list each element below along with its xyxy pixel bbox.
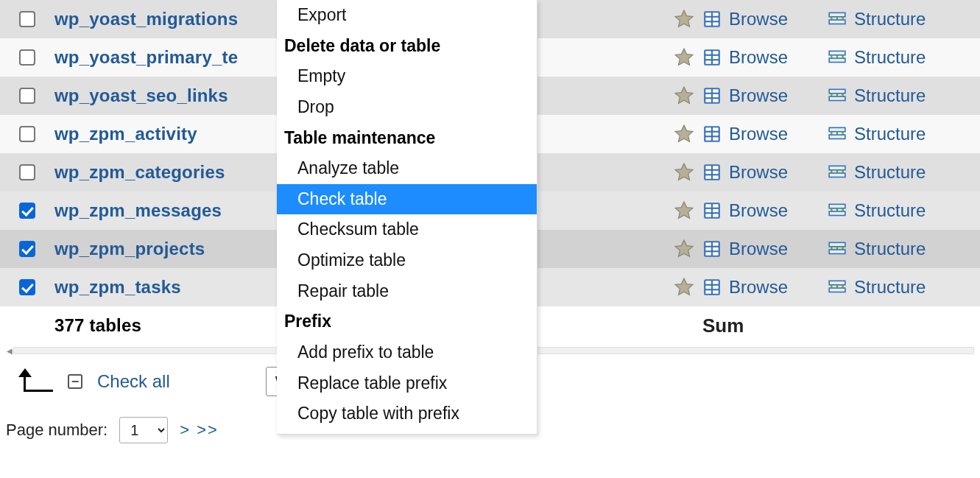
structure-label: Structure bbox=[854, 239, 926, 259]
row-checkbox[interactable] bbox=[19, 88, 35, 104]
svg-rect-17 bbox=[829, 96, 845, 100]
structure-label: Structure bbox=[854, 277, 926, 298]
menu-item[interactable]: Export bbox=[277, 0, 537, 31]
browse-link[interactable]: Browse bbox=[702, 9, 828, 29]
menu-item[interactable]: Replace table prefix bbox=[277, 368, 537, 399]
structure-icon bbox=[828, 10, 847, 29]
svg-rect-4 bbox=[829, 13, 845, 16]
favorite-star-icon[interactable] bbox=[666, 85, 702, 107]
svg-rect-11 bbox=[829, 58, 845, 62]
browse-icon bbox=[702, 163, 722, 182]
svg-rect-41 bbox=[829, 250, 845, 253]
structure-link[interactable]: Structure bbox=[828, 200, 975, 221]
browse-icon bbox=[702, 124, 722, 144]
menu-item[interactable]: Copy table with prefix bbox=[277, 398, 537, 429]
menu-item[interactable]: Empty bbox=[277, 61, 537, 92]
favorite-star-icon[interactable] bbox=[666, 238, 702, 260]
browse-link[interactable]: Browse bbox=[702, 47, 828, 68]
structure-label: Structure bbox=[854, 85, 926, 106]
browse-label: Browse bbox=[729, 85, 788, 106]
structure-link[interactable]: Structure bbox=[828, 9, 975, 29]
menu-header: Table maintenance bbox=[277, 123, 537, 154]
browse-icon bbox=[702, 48, 722, 67]
browse-label: Browse bbox=[729, 162, 788, 183]
browse-icon bbox=[702, 201, 722, 220]
svg-rect-47 bbox=[829, 288, 845, 292]
menu-item[interactable]: Check table bbox=[277, 184, 537, 215]
favorite-star-icon[interactable] bbox=[666, 200, 702, 222]
svg-rect-46 bbox=[829, 281, 845, 284]
svg-rect-5 bbox=[829, 20, 845, 24]
structure-icon bbox=[828, 201, 847, 220]
row-checkbox[interactable] bbox=[19, 279, 35, 295]
browse-label: Browse bbox=[729, 239, 788, 259]
arrow-up-icon bbox=[18, 371, 53, 392]
menu-item[interactable]: Optimize table bbox=[277, 245, 537, 276]
browse-icon bbox=[702, 86, 722, 105]
summary-sum: Sum bbox=[702, 314, 744, 337]
structure-link[interactable]: Structure bbox=[828, 162, 975, 183]
row-checkbox[interactable] bbox=[19, 49, 35, 66]
row-checkbox[interactable] bbox=[19, 241, 35, 257]
structure-label: Structure bbox=[854, 162, 926, 183]
structure-icon bbox=[828, 163, 847, 182]
favorite-star-icon[interactable] bbox=[666, 276, 702, 298]
structure-link[interactable]: Structure bbox=[828, 239, 975, 259]
row-checkbox[interactable] bbox=[19, 126, 35, 142]
browse-label: Browse bbox=[729, 47, 788, 68]
row-checkbox[interactable] bbox=[19, 164, 35, 180]
scroll-left-icon[interactable]: ◀ bbox=[6, 347, 13, 354]
structure-label: Structure bbox=[854, 9, 926, 29]
menu-item[interactable]: Analyze table bbox=[277, 153, 537, 184]
menu-header: Prefix bbox=[277, 306, 537, 337]
favorite-star-icon[interactable] bbox=[666, 46, 702, 68]
structure-icon bbox=[828, 278, 847, 297]
browse-link[interactable]: Browse bbox=[702, 162, 828, 183]
browse-link[interactable]: Browse bbox=[702, 85, 828, 106]
menu-header: Delete data or table bbox=[277, 31, 537, 62]
tables-listing: wp_yoast_migrationsBrowseStructurewp_yoa… bbox=[0, 0, 980, 460]
favorite-star-icon[interactable] bbox=[666, 8, 702, 30]
collapse-all-icon[interactable]: − bbox=[68, 374, 82, 389]
menu-item[interactable]: Drop bbox=[277, 92, 537, 123]
structure-icon bbox=[828, 124, 847, 144]
favorite-star-icon[interactable] bbox=[666, 161, 702, 183]
page-next-link[interactable]: > >> bbox=[180, 421, 219, 440]
menu-item[interactable]: Add prefix to table bbox=[277, 337, 537, 368]
browse-link[interactable]: Browse bbox=[702, 124, 828, 144]
browse-link[interactable]: Browse bbox=[702, 277, 828, 298]
svg-rect-23 bbox=[829, 135, 845, 138]
favorite-star-icon[interactable] bbox=[666, 123, 702, 145]
browse-link[interactable]: Browse bbox=[702, 239, 828, 259]
menu-item[interactable]: Repair table bbox=[277, 276, 537, 307]
browse-link[interactable]: Browse bbox=[702, 200, 828, 221]
structure-label: Structure bbox=[854, 47, 926, 68]
structure-link[interactable]: Structure bbox=[828, 124, 975, 144]
structure-link[interactable]: Structure bbox=[828, 85, 975, 106]
svg-rect-40 bbox=[829, 242, 845, 246]
page-number-select[interactable]: 1 bbox=[119, 417, 168, 443]
structure-link[interactable]: Structure bbox=[828, 277, 975, 298]
row-checkbox[interactable] bbox=[19, 11, 35, 27]
structure-icon bbox=[828, 86, 847, 105]
svg-rect-35 bbox=[829, 211, 845, 215]
browse-label: Browse bbox=[729, 124, 788, 144]
browse-icon bbox=[702, 10, 722, 29]
page-number-label: Page number: bbox=[6, 421, 107, 440]
row-checkbox[interactable] bbox=[19, 203, 35, 219]
structure-link[interactable]: Structure bbox=[828, 47, 975, 68]
structure-icon bbox=[828, 48, 847, 67]
browse-label: Browse bbox=[729, 277, 788, 298]
structure-label: Structure bbox=[854, 124, 926, 144]
svg-rect-29 bbox=[829, 173, 845, 177]
svg-rect-16 bbox=[829, 89, 845, 93]
browse-icon bbox=[702, 239, 722, 259]
svg-rect-22 bbox=[829, 127, 845, 131]
menu-item[interactable]: Checksum table bbox=[277, 214, 537, 245]
structure-label: Structure bbox=[854, 200, 926, 221]
svg-rect-34 bbox=[829, 204, 845, 208]
svg-rect-28 bbox=[829, 166, 845, 169]
structure-icon bbox=[828, 239, 847, 259]
browse-label: Browse bbox=[729, 200, 788, 221]
check-all-link[interactable]: Check all bbox=[97, 371, 170, 392]
